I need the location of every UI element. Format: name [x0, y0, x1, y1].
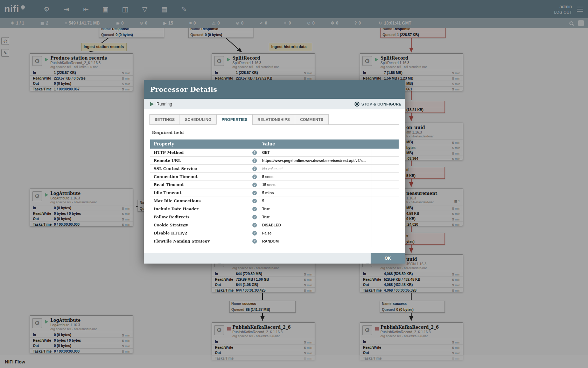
property-name: SSL Context Service — [154, 166, 197, 171]
property-row: Follow Redirects? True — [150, 213, 399, 221]
help-icon[interactable]: ? — [252, 223, 257, 227]
property-value: 5 secs — [259, 173, 371, 180]
property-row: Cookie Strategy? DISABLED — [150, 221, 399, 229]
help-icon[interactable]: ? — [252, 158, 257, 163]
property-name: Include Date Header — [154, 207, 198, 211]
property-cell: FlowFile Naming Strategy? — [150, 237, 259, 245]
dialog-tabs: SETTINGS SCHEDULING PROPERTIES RELATIONS… — [149, 114, 399, 125]
property-value — [259, 245, 371, 247]
property-value: 5 mins — [259, 189, 371, 197]
processor-details-dialog: Processor Details Running STOP & CONFIGU… — [144, 80, 405, 264]
property-row: Connection Timeout? 5 secs — [150, 173, 399, 181]
property-cell: Read Timeout? — [150, 181, 259, 189]
property-row: Read Timeout? 15 secs — [150, 181, 399, 189]
property-row: HTTP Method? GET — [150, 149, 399, 157]
help-icon[interactable]: ? — [252, 150, 257, 155]
property-value: DISABLED — [259, 221, 371, 229]
property-cell: Cookie Strategy? — [150, 221, 259, 229]
property-value: True — [259, 213, 371, 221]
property-value: GET — [259, 149, 371, 156]
property-name: Remote URL — [154, 158, 181, 163]
property-name: Read Timeout — [154, 183, 184, 187]
property-row: Remote URL? https://www.pegelonline.wsv.… — [150, 157, 399, 165]
value-column-header: Value — [259, 142, 399, 146]
property-row: Idle Timeout? 5 mins — [150, 189, 399, 197]
property-name: Idle Timeout — [154, 191, 181, 195]
property-name: Max Idle Connections — [154, 199, 201, 203]
tab-settings[interactable]: SETTINGS — [149, 114, 180, 125]
property-row: Include Date Header? True — [150, 205, 399, 213]
help-icon[interactable]: ? — [252, 207, 257, 211]
property-name: FlowFile Naming Strategy — [154, 239, 210, 244]
property-cell: Follow Redirects? — [150, 213, 259, 221]
tab-relationships[interactable]: RELATIONSHIPS — [252, 114, 295, 125]
dialog-header: Processor Details — [144, 80, 405, 99]
property-cell: Max Idle Connections? — [150, 197, 259, 205]
ok-button[interactable]: OK — [371, 253, 405, 264]
dialog-title: Processor Details — [150, 86, 217, 93]
property-column-header: Property — [150, 142, 259, 146]
property-cell: Include Date Header? — [150, 205, 259, 213]
help-icon[interactable]: ? — [252, 191, 257, 195]
property-name: HTTP Method — [154, 150, 184, 155]
running-status-icon — [150, 102, 154, 106]
help-icon[interactable]: ? — [252, 199, 257, 203]
property-name: Follow Redirects — [154, 215, 189, 219]
property-name: Disable HTTP/2 — [154, 231, 187, 236]
property-value: False — [259, 229, 371, 237]
property-row: Max Idle Connections? 5 — [150, 197, 399, 205]
help-icon[interactable]: ? — [252, 231, 257, 236]
required-field-note: Required field — [152, 130, 405, 135]
property-value: 15 secs — [259, 181, 371, 189]
help-icon[interactable]: ? — [252, 175, 257, 179]
property-row: SSL Context Service? No value set — [150, 165, 399, 173]
property-name: Cookie Strategy — [154, 223, 188, 227]
property-row-clipped — [150, 245, 399, 247]
property-cell: Remote URL? — [150, 157, 259, 164]
run-status-label: Running — [156, 102, 172, 107]
table-header-row: Property Value — [150, 139, 399, 149]
property-cell — [150, 245, 259, 247]
dialog-footer: OK — [144, 253, 405, 264]
property-cell: HTTP Method? — [150, 149, 259, 156]
property-cell: SSL Context Service? — [150, 165, 259, 172]
property-value: RANDOM — [259, 237, 371, 245]
run-status-strip: Running STOP & CONFIGURE — [144, 99, 405, 109]
property-row: Disable HTTP/2? False — [150, 229, 399, 237]
help-icon[interactable]: ? — [252, 183, 257, 187]
stop-and-configure-label: STOP & CONFIGURE — [362, 102, 401, 106]
help-icon[interactable]: ? — [252, 239, 257, 244]
property-value: True — [259, 205, 371, 213]
properties-table: Property Value HTTP Method? GET Remote U… — [150, 139, 399, 247]
property-value: 5 — [259, 197, 371, 205]
stop-circle-icon — [355, 102, 359, 107]
tab-properties[interactable]: PROPERTIES — [216, 114, 253, 125]
tab-scheduling[interactable]: SCHEDULING — [180, 114, 217, 125]
help-icon[interactable]: ? — [252, 166, 257, 171]
help-icon[interactable]: ? — [252, 215, 257, 219]
tab-comments[interactable]: COMMENTS — [295, 114, 329, 125]
property-cell: Idle Timeout? — [150, 189, 259, 197]
stop-and-configure-button[interactable]: STOP & CONFIGURE — [355, 102, 401, 107]
property-cell: Disable HTTP/2? — [150, 229, 259, 237]
property-cell: Connection Timeout? — [150, 173, 259, 180]
property-name: Connection Timeout — [154, 175, 198, 179]
property-row: FlowFile Naming Strategy? RANDOM — [150, 237, 399, 245]
property-value: No value set — [259, 165, 371, 172]
property-value: https://www.pegelonline.wsv.de/webservic… — [259, 157, 371, 164]
